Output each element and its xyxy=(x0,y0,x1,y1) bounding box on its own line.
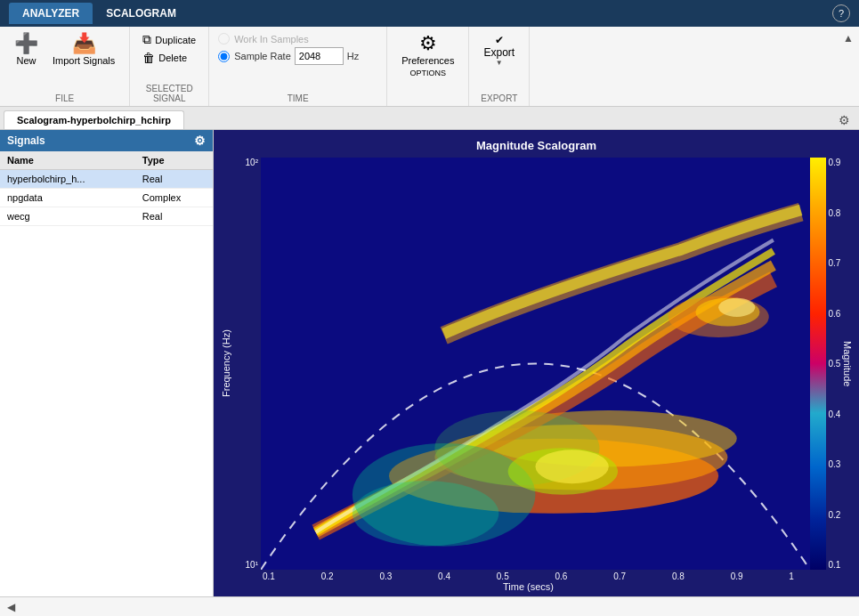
delete-button[interactable]: 🗑 Delete xyxy=(137,49,201,67)
ribbon-collapse-button[interactable]: ▲ xyxy=(843,32,854,45)
signals-header: Signals ⚙ xyxy=(0,130,213,151)
title-bar: ANALYZER SCALOGRAM ? xyxy=(0,0,859,27)
sample-rate-radio[interactable]: Sample Rate Hz xyxy=(218,47,377,65)
import-icon: 📥 xyxy=(72,34,96,53)
colorbar: 0.9 0.8 0.7 0.6 0.5 0.4 0.3 0.2 0.1 Magn… xyxy=(810,158,855,570)
chart-title: Magnitude Scalogram xyxy=(476,139,596,152)
bottom-arrow-icon[interactable]: ◀ xyxy=(7,601,15,613)
export-icon: ✔ xyxy=(495,34,504,46)
svg-point-12 xyxy=(718,298,755,317)
y-axis-label: Frequency (Hz) xyxy=(218,158,234,570)
scalogram-tab[interactable]: Scalogram-hyperbolchirp_hchirp xyxy=(4,110,184,129)
sample-rate-input[interactable] xyxy=(295,47,344,65)
svg-point-9 xyxy=(536,450,609,483)
tab-settings-icon[interactable]: ⚙ xyxy=(833,111,855,129)
tab-scalogram[interactable]: SCALOGRAM xyxy=(93,3,190,24)
export-dropdown-arrow: ▼ xyxy=(496,59,503,67)
ribbon-options-group: ⚙ PreferencesOPTIONS xyxy=(387,27,469,106)
bottom-bar: ◀ xyxy=(0,596,859,616)
x-ticks: 0.1 0.2 0.3 0.4 0.5 0.6 0.7 0.8 0.9 1 xyxy=(218,570,794,581)
export-button[interactable]: ✔ Export ▼ xyxy=(476,30,522,70)
y-axis-ticks: 10² 10¹ xyxy=(234,158,261,570)
table-row[interactable]: npgdataComplex xyxy=(0,189,213,207)
x-axis-area: 0.1 0.2 0.3 0.4 0.5 0.6 0.7 0.8 0.9 1 Ti… xyxy=(218,570,855,592)
preferences-button[interactable]: ⚙ PreferencesOPTIONS xyxy=(394,30,461,82)
new-button[interactable]: ➕ New xyxy=(7,30,45,70)
work-in-samples-radio[interactable]: Work In Samples xyxy=(218,33,377,45)
signals-table: Name Type hyperbolchirp_h...RealnpgdataC… xyxy=(0,151,213,596)
signals-panel: Signals ⚙ Name Type hyperbolchirp_h...Re… xyxy=(0,130,214,596)
help-icon[interactable]: ? xyxy=(832,4,850,22)
new-icon: ➕ xyxy=(14,34,38,53)
chart-plot[interactable] xyxy=(261,158,810,570)
signal-actions: ⧉ Duplicate 🗑 Delete xyxy=(137,30,201,79)
table-row[interactable]: wecgReal xyxy=(0,207,213,226)
table-row[interactable]: hyperbolchirp_h...Real xyxy=(0,170,213,189)
svg-point-6 xyxy=(353,481,499,547)
colorbar-gradient xyxy=(810,158,826,570)
chart-container: Magnitude Scalogram Frequency (Hz) 10² 1… xyxy=(214,130,859,596)
colorbar-label: Magnitude xyxy=(840,158,855,570)
signals-col-name: Name xyxy=(0,151,135,170)
ribbon-selected-signal-group: ⧉ Duplicate 🗑 Delete SELECTED SIGNAL xyxy=(130,27,209,106)
x-axis-label: Time (secs) xyxy=(218,581,794,592)
chart-svg xyxy=(261,158,810,570)
tab-bar: Scalogram-hyperbolchirp_hchirp ⚙ xyxy=(0,107,859,130)
ribbon-export-group: ✔ Export ▼ EXPORT xyxy=(469,27,530,106)
signals-col-type: Type xyxy=(135,151,213,170)
ribbon: ➕ New 📥 Import Signals FILE ⧉ Duplicate … xyxy=(0,27,859,107)
duplicate-icon: ⧉ xyxy=(142,32,151,47)
signals-settings-icon[interactable]: ⚙ xyxy=(194,134,206,148)
colorbar-ticks: 0.9 0.8 0.7 0.6 0.5 0.4 0.3 0.2 0.1 xyxy=(826,158,841,570)
ribbon-file-group: ➕ New 📥 Import Signals FILE xyxy=(0,27,130,106)
preferences-icon: ⚙ xyxy=(419,34,437,53)
import-button[interactable]: 📥 Import Signals xyxy=(45,30,122,70)
plot-area: Magnitude Scalogram Frequency (Hz) 10² 1… xyxy=(214,130,859,596)
ribbon-time-group: Work In Samples Sample Rate Hz TIME xyxy=(209,27,387,106)
tab-analyzer[interactable]: ANALYZER xyxy=(9,3,93,24)
delete-icon: 🗑 xyxy=(142,51,155,65)
svg-rect-13 xyxy=(810,158,826,570)
chart-body: Frequency (Hz) 10² 10¹ xyxy=(218,158,855,570)
duplicate-button[interactable]: ⧉ Duplicate xyxy=(137,30,201,49)
